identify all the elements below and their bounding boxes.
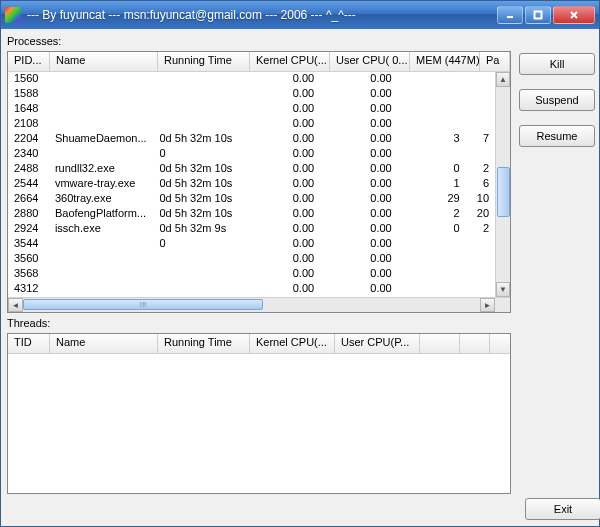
table-row[interactable]: 15880.000.00 bbox=[8, 87, 495, 102]
processes-header: PID... Name Running Time Kernel CPU(... … bbox=[8, 52, 510, 72]
side-buttons: Kill Suspend Resume bbox=[519, 35, 600, 494]
col-kernel-cpu[interactable]: Kernel CPU(... bbox=[250, 52, 330, 71]
minimize-button[interactable] bbox=[497, 6, 523, 24]
processes-label: Processes: bbox=[7, 35, 511, 47]
table-row[interactable]: 2204ShuameDaemon...0d 5h 32m 10s0.000.00… bbox=[8, 132, 495, 147]
col-pa[interactable]: Pa bbox=[480, 52, 510, 71]
table-row[interactable]: 2664360tray.exe0d 5h 32m 10s0.000.002910 bbox=[8, 192, 495, 207]
table-row[interactable]: 21080.000.00 bbox=[8, 117, 495, 132]
col-name[interactable]: Name bbox=[50, 52, 158, 71]
tcol-blank1[interactable] bbox=[420, 334, 460, 353]
processes-panel: PID... Name Running Time Kernel CPU(... … bbox=[7, 51, 511, 313]
col-mem[interactable]: MEM (447M) bbox=[410, 52, 480, 71]
col-runtime[interactable]: Running Time bbox=[158, 52, 250, 71]
close-button[interactable] bbox=[553, 6, 595, 24]
col-user-cpu[interactable]: User CPU( 0... bbox=[330, 52, 410, 71]
threads-panel: TID Name Running Time Kernel CPU(... Use… bbox=[7, 333, 511, 494]
scroll-down-icon[interactable]: ▼ bbox=[496, 282, 510, 297]
hscroll-thumb[interactable]: !!! bbox=[23, 299, 263, 310]
table-row[interactable]: 234000.000.00 bbox=[8, 147, 495, 162]
table-row[interactable]: 2880BaofengPlatform...0d 5h 32m 10s0.000… bbox=[8, 207, 495, 222]
app-icon bbox=[5, 7, 21, 23]
window-title: --- By fuyuncat --- msn:fuyuncat@gmail.c… bbox=[27, 8, 356, 22]
maximize-button[interactable] bbox=[525, 6, 551, 24]
kill-button[interactable]: Kill bbox=[519, 53, 595, 75]
processes-vscrollbar[interactable]: ▲ ▼ bbox=[495, 72, 510, 297]
processes-hscrollbar[interactable]: ◄ !!! ► bbox=[8, 297, 510, 312]
tcol-tid[interactable]: TID bbox=[8, 334, 50, 353]
threads-listview[interactable]: TID Name Running Time Kernel CPU(... Use… bbox=[7, 333, 511, 494]
table-row[interactable]: 15600.000.00 bbox=[8, 72, 495, 87]
tcol-user-cpu[interactable]: User CPU(P... bbox=[335, 334, 420, 353]
tcol-runtime[interactable]: Running Time bbox=[158, 334, 250, 353]
table-row[interactable]: 354400.000.00 bbox=[8, 237, 495, 252]
table-row[interactable]: 2924issch.exe0d 5h 32m 9s0.000.0002 bbox=[8, 222, 495, 237]
titlebar[interactable]: --- By fuyuncat --- msn:fuyuncat@gmail.c… bbox=[1, 1, 599, 29]
exit-button[interactable]: Exit bbox=[525, 498, 600, 520]
table-row[interactable]: 2488rundll32.exe0d 5h 32m 10s0.000.0002 bbox=[8, 162, 495, 177]
tcol-kernel-cpu[interactable]: Kernel CPU(... bbox=[250, 334, 335, 353]
tcol-blank2[interactable] bbox=[460, 334, 490, 353]
table-row[interactable]: 2544vmware-tray.exe0d 5h 32m 10s0.000.00… bbox=[8, 177, 495, 192]
threads-rows[interactable] bbox=[8, 354, 510, 493]
processes-listview[interactable]: PID... Name Running Time Kernel CPU(... … bbox=[7, 51, 511, 313]
threads-label: Threads: bbox=[7, 317, 511, 329]
threads-header: TID Name Running Time Kernel CPU(... Use… bbox=[8, 334, 510, 354]
table-row[interactable]: 35600.000.00 bbox=[8, 252, 495, 267]
processes-rows[interactable]: 15600.000.0015880.000.0016480.000.002108… bbox=[8, 72, 495, 297]
table-row[interactable]: 16480.000.00 bbox=[8, 102, 495, 117]
table-row[interactable]: 43120.000.00 bbox=[8, 282, 495, 297]
table-row[interactable]: 35680.000.00 bbox=[8, 267, 495, 282]
tcol-name[interactable]: Name bbox=[50, 334, 158, 353]
client-area: Processes: PID... Name Running Time Kern… bbox=[1, 29, 599, 526]
scroll-left-icon[interactable]: ◄ bbox=[8, 298, 23, 312]
col-pid[interactable]: PID... bbox=[8, 52, 50, 71]
suspend-button[interactable]: Suspend bbox=[519, 89, 595, 111]
scroll-right-icon[interactable]: ► bbox=[480, 298, 495, 312]
scroll-up-icon[interactable]: ▲ bbox=[496, 72, 510, 87]
vscroll-thumb[interactable] bbox=[497, 167, 510, 217]
svg-rect-0 bbox=[535, 12, 542, 19]
app-window: --- By fuyuncat --- msn:fuyuncat@gmail.c… bbox=[0, 0, 600, 527]
resume-button[interactable]: Resume bbox=[519, 125, 595, 147]
